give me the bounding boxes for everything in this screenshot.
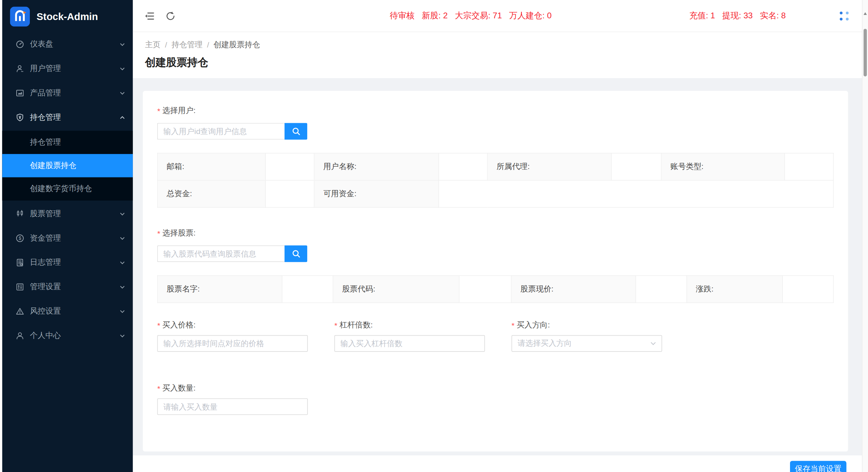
submenu-item-create-stock-position[interactable]: 创建股票持仓 xyxy=(2,154,133,177)
stat-block-trade[interactable]: 大宗交易: 71 xyxy=(455,11,502,21)
candlestick-icon xyxy=(16,209,24,218)
user-search-group xyxy=(157,123,834,139)
menu-fold-icon[interactable] xyxy=(144,10,155,21)
quantity-input[interactable] xyxy=(157,398,308,415)
sidebar-item-label: 管理设置 xyxy=(30,282,119,292)
positions-submenu: 持仓管理 创建股票持仓 创建数字货币持仓 xyxy=(2,131,133,201)
stock-search-input[interactable] xyxy=(157,245,285,262)
warning-triangle-icon xyxy=(16,307,24,316)
sidebar-item-profile[interactable]: 个人中心 xyxy=(2,325,133,347)
user-search-input[interactable] xyxy=(157,123,285,139)
header: 待审核 新股: 2 大宗交易: 71 万人建仓: 0 充值: 1 提现: 33 … xyxy=(133,0,868,32)
buy-price-field: * 买入价格: xyxy=(157,320,308,352)
apps-grid-icon[interactable] xyxy=(840,11,849,20)
info-value-cell xyxy=(459,276,511,303)
stat-new-stock[interactable]: 新股: 2 xyxy=(422,11,448,21)
logo[interactable]: Stock-Admin xyxy=(2,0,133,29)
info-label-available-funds: 可用资金: xyxy=(314,180,439,207)
user-info-table: 邮箱: 用户名称: 所属代理: 账号类型: 总资金: 可用资金: xyxy=(157,153,834,208)
select-user-label: * 选择用户: xyxy=(157,105,834,116)
breadcrumb-separator: / xyxy=(165,40,167,49)
info-label-change: 涨跌: xyxy=(687,276,782,303)
chevron-down-icon xyxy=(120,42,125,46)
stat-withdraw[interactable]: 提现: 33 xyxy=(722,11,753,21)
scrollbar-thumb[interactable] xyxy=(864,29,867,76)
required-mark: * xyxy=(157,106,160,115)
submenu-item-label: 创建数字货币持仓 xyxy=(30,184,92,194)
submenu-item-label: 持仓管理 xyxy=(30,137,61,147)
page-scrollbar[interactable] xyxy=(862,0,868,472)
submenu-item-position-manage[interactable]: 持仓管理 xyxy=(2,131,133,154)
dot xyxy=(846,11,849,14)
main-area: 待审核 新股: 2 大宗交易: 71 万人建仓: 0 充值: 1 提现: 33 … xyxy=(133,0,868,472)
refresh-icon[interactable] xyxy=(165,10,176,21)
sidebar-item-funds[interactable]: $ 资金管理 xyxy=(2,227,133,249)
sidebar-item-admin-settings[interactable]: 管理设置 xyxy=(2,276,133,298)
submenu-item-label: 创建股票持仓 xyxy=(30,161,76,170)
sidebar-item-stocks[interactable]: 股票管理 xyxy=(2,203,133,225)
dashboard-icon xyxy=(16,40,24,49)
user-search-button[interactable] xyxy=(284,123,307,139)
sidebar-item-label: 股票管理 xyxy=(30,209,119,219)
stat-recharge[interactable]: 充值: 1 xyxy=(689,11,715,21)
direction-select[interactable]: 请选择买入方向 xyxy=(512,335,662,352)
stock-search-button[interactable] xyxy=(284,245,307,262)
leverage-input[interactable] xyxy=(334,335,485,352)
save-button[interactable]: 保存当前设置 xyxy=(790,461,847,472)
breadcrumb-separator: / xyxy=(207,40,209,49)
scrollbar-up-arrow[interactable] xyxy=(864,12,867,15)
sidebar-item-label: 用户管理 xyxy=(30,64,119,74)
breadcrumb-current: 创建股票持仓 xyxy=(214,40,260,50)
direction-select-placeholder: 请选择买入方向 xyxy=(518,339,572,348)
content-area: * 选择用户: 邮箱: xyxy=(133,78,868,455)
sidebar-item-dashboard[interactable]: 仪表盘 xyxy=(2,33,133,55)
pending-stats: 待审核 新股: 2 大宗交易: 71 万人建仓: 0 xyxy=(390,0,551,32)
chevron-down-icon xyxy=(120,236,125,240)
sidebar-item-label: 资金管理 xyxy=(30,233,119,243)
buy-price-input[interactable] xyxy=(157,335,308,352)
info-value-cell xyxy=(785,153,833,180)
app-logo-icon xyxy=(10,7,30,27)
dollar-circle-icon: $ xyxy=(16,234,24,243)
sidebar-item-label: 仪表盘 xyxy=(30,39,119,49)
info-value-cell xyxy=(265,153,314,180)
title-block: 主页 / 持仓管理 / 创建股票持仓 创建股票持仓 xyxy=(133,32,868,78)
sidebar-item-products[interactable]: 产品管理 xyxy=(2,82,133,104)
sidebar-item-logs[interactable]: 日志管理 xyxy=(2,251,133,273)
leverage-field: * 杠杆倍数: xyxy=(334,320,485,352)
chevron-down-icon xyxy=(120,91,125,95)
table-row: 邮箱: 用户名称: 所属代理: 账号类型: xyxy=(157,153,833,180)
sidebar-item-label: 个人中心 xyxy=(30,331,119,341)
dot xyxy=(846,17,849,20)
stat-pending-review[interactable]: 待审核 xyxy=(390,11,414,21)
chevron-down-icon xyxy=(120,334,125,338)
stat-real-name[interactable]: 实名: 8 xyxy=(760,11,786,21)
breadcrumb-positions[interactable]: 持仓管理 xyxy=(172,40,202,50)
sidebar-item-risk-settings[interactable]: 风控设置 xyxy=(2,300,133,322)
chevron-down-icon xyxy=(120,261,125,264)
trade-fields-row: * 买入价格: * 杠杆倍数: * xyxy=(157,320,834,352)
info-label-stock-name: 股票名字: xyxy=(157,276,282,303)
breadcrumb-home[interactable]: 主页 xyxy=(145,40,161,50)
chevron-down-icon xyxy=(120,67,125,71)
direction-label: * 买入方向: xyxy=(512,320,662,331)
info-value-cell xyxy=(636,276,687,303)
sidebar-item-label: 风控设置 xyxy=(30,306,119,316)
form-card: * 选择用户: 邮箱: xyxy=(143,91,848,452)
chevron-down-icon xyxy=(120,285,125,289)
sidebar-item-positions[interactable]: 持仓管理 xyxy=(2,106,133,128)
sidebar-item-users[interactable]: 用户管理 xyxy=(2,58,133,80)
money-stats: 充值: 1 提现: 33 实名: 8 xyxy=(689,0,786,32)
sidebar-item-label: 产品管理 xyxy=(30,88,119,98)
select-stock-label: * 选择股票: xyxy=(157,228,834,239)
info-label-stock-code: 股票代码: xyxy=(333,276,459,303)
info-label-stock-price: 股票现价: xyxy=(511,276,636,303)
stat-mass-position[interactable]: 万人建仓: 0 xyxy=(509,11,552,21)
footer-bar: 保存当前设置 xyxy=(133,455,868,472)
leverage-label: * 杠杆倍数: xyxy=(334,320,485,331)
chevron-down-icon xyxy=(120,309,125,313)
info-value-cell xyxy=(611,153,661,180)
search-icon xyxy=(292,127,300,136)
info-value-cell xyxy=(439,180,833,207)
submenu-item-create-crypto-position[interactable]: 创建数字货币持仓 xyxy=(2,177,133,201)
